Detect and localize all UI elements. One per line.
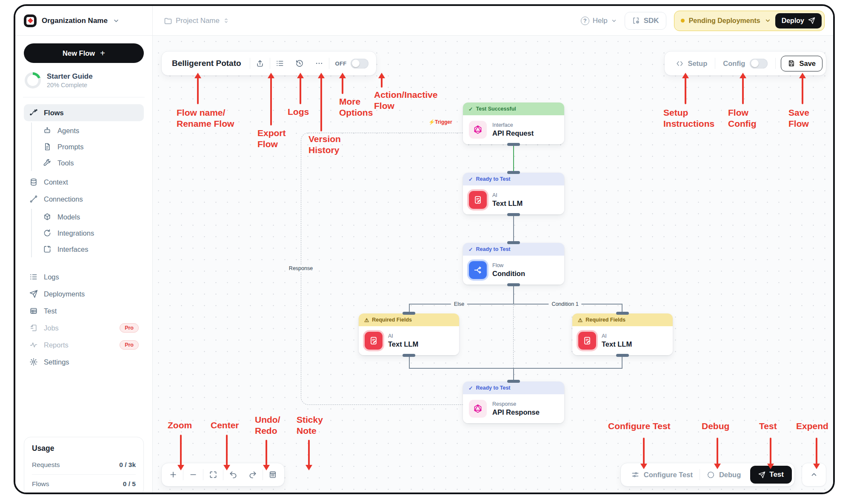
undo-button[interactable]: [223, 470, 243, 479]
logs-button[interactable]: [270, 59, 290, 68]
sdk-icon: [632, 17, 640, 25]
sidebar-item-logs[interactable]: Logs: [24, 268, 144, 285]
new-flow-button[interactable]: New Flow +: [24, 43, 144, 63]
pro-badge: Pro: [120, 340, 139, 350]
export-flow-button[interactable]: [250, 59, 270, 68]
zoom-out-button[interactable]: [183, 470, 203, 479]
plus-icon: [169, 470, 177, 479]
branch-label-else: Else: [451, 300, 467, 308]
flow-active-label: OFF: [335, 60, 347, 67]
annotation-arrow: [742, 77, 744, 104]
deploy-button[interactable]: Deploy: [775, 13, 822, 28]
node-kind: AI: [388, 333, 418, 339]
document-icon: [43, 142, 52, 151]
header-actions: ? Help SDK Pending Deployments Deploy: [581, 6, 833, 35]
flow-active-toggle[interactable]: [351, 59, 368, 68]
org-switcher[interactable]: Organization Name: [15, 6, 153, 35]
pending-deployments-label[interactable]: Pending Deployments: [689, 17, 760, 25]
redo-button[interactable]: [243, 470, 263, 479]
center-view-button[interactable]: [203, 470, 223, 479]
help-menu[interactable]: ? Help: [581, 17, 617, 25]
output-port[interactable]: [616, 354, 629, 357]
sidebar-item-prompts[interactable]: Prompts: [37, 139, 144, 155]
setup-label: Setup: [688, 60, 707, 68]
help-label: Help: [593, 17, 608, 25]
config-toggle[interactable]: [750, 59, 768, 68]
sidebar-item-context[interactable]: Context: [24, 174, 144, 191]
annotation-action-inactive-flow: Action/InactiveFlow: [374, 89, 437, 111]
undo-icon: [229, 470, 237, 479]
flow-canvas[interactable]: Belligerent Potato OFF Setup Co: [153, 36, 833, 493]
minus-icon: [189, 470, 197, 479]
note-icon: [268, 470, 277, 479]
sidebar-item-connections[interactable]: Connections: [24, 191, 144, 208]
input-port[interactable]: [507, 380, 520, 383]
pro-badge: Pro: [120, 323, 139, 333]
flows-subnav: Agents Prompts Tools: [31, 122, 144, 171]
version-history-button[interactable]: [290, 59, 309, 68]
annotation-arrow: [270, 77, 272, 125]
check-icon: ✓: [468, 176, 473, 182]
input-port[interactable]: [616, 312, 629, 315]
setup-button[interactable]: Setup: [669, 60, 714, 68]
node-title: Condition: [492, 270, 525, 278]
annotation-arrow: [197, 77, 199, 104]
node-api-response[interactable]: ✓ Ready to Test Response API Response: [463, 382, 564, 423]
input-port[interactable]: [507, 171, 520, 174]
sidebar-item-test[interactable]: Test: [24, 302, 144, 319]
config-toolbar: Setup Config Save: [664, 51, 826, 76]
sdk-button[interactable]: SDK: [625, 12, 666, 30]
node-text-llm-condition1[interactable]: ⚠ Required Fields AI Text LLM: [572, 313, 673, 355]
sidebar-item-deployments[interactable]: Deployments: [24, 285, 144, 302]
save-button[interactable]: Save: [781, 56, 822, 71]
sidebar-item-jobs[interactable]: Jobs Pro: [24, 319, 144, 336]
annotation-arrow: [816, 438, 817, 465]
sidebar-item-agents[interactable]: Agents: [37, 122, 144, 139]
output-port[interactable]: [507, 213, 520, 216]
sidebar-item-settings[interactable]: Settings: [24, 353, 144, 370]
node-kind: Response: [492, 401, 540, 407]
annotation-center: Center: [211, 420, 239, 431]
input-port[interactable]: [403, 312, 415, 315]
output-port[interactable]: [507, 283, 520, 286]
sidebar-item-reports[interactable]: Reports Pro: [24, 336, 144, 353]
starter-guide[interactable]: Starter Guide 20% Complete: [24, 72, 144, 88]
debug-button[interactable]: Debug: [700, 471, 748, 479]
zoom-in-button[interactable]: [163, 470, 183, 479]
node-title: API Response: [492, 408, 540, 416]
sidebar-item-integrations[interactable]: Integrations: [37, 225, 144, 241]
node-status: ✓ Ready to Test: [463, 382, 564, 394]
more-options-button[interactable]: [309, 59, 329, 68]
sidebar-item-label: Jobs: [44, 324, 59, 332]
project-switcher[interactable]: Project Name: [153, 6, 581, 35]
project-name: Project Name: [176, 17, 220, 25]
sidebar-item-flows[interactable]: Flows: [24, 104, 144, 121]
flow-name[interactable]: Belligerent Potato: [163, 59, 250, 68]
sticky-note-button[interactable]: [263, 470, 283, 479]
sidebar-item-interfaces[interactable]: Interfaces: [37, 241, 144, 257]
chevron-down-icon[interactable]: [765, 17, 771, 24]
output-port[interactable]: [507, 143, 520, 146]
annotation-zoom: Zoom: [168, 420, 192, 431]
sidebar-item-tools[interactable]: Tools: [37, 155, 144, 171]
database-icon: [29, 178, 38, 186]
annotation-arrow: [381, 77, 383, 88]
wrench-icon: [43, 159, 52, 167]
node-title: Text LLM: [602, 340, 632, 348]
graphql-icon: [469, 400, 487, 418]
sidebar-item-models[interactable]: Models: [37, 209, 144, 225]
node-text-llm[interactable]: ✓ Ready to Test AI Text LLM: [463, 173, 564, 214]
configure-test-button[interactable]: Configure Test: [624, 470, 700, 479]
input-port[interactable]: [507, 241, 520, 244]
sidebar-item-label: Interfaces: [57, 245, 88, 253]
node-kind: Flow: [492, 262, 525, 268]
annotation-arrow: [770, 438, 771, 465]
cube-icon: [43, 213, 52, 221]
output-port[interactable]: [403, 354, 415, 357]
annotation-arrow: [685, 77, 686, 104]
node-condition[interactable]: ✓ Ready to Test Flow Condition: [463, 243, 564, 285]
node-text-llm-else[interactable]: ⚠ Required Fields AI Text LLM: [359, 313, 459, 355]
node-api-request[interactable]: ✓ Test Successful Interface API Request: [463, 103, 564, 144]
sidebar-item-label: Prompts: [57, 143, 83, 151]
annotation-logs: Logs: [288, 106, 309, 117]
